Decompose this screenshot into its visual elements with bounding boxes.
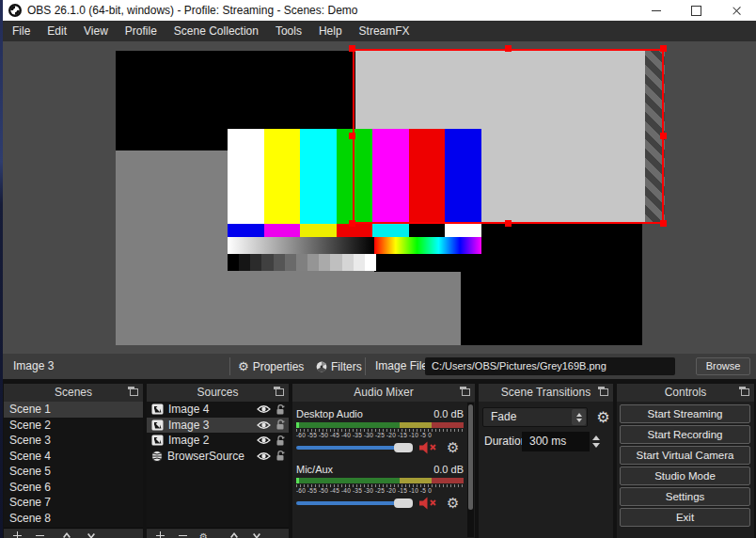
menu-edit[interactable]: Edit — [39, 21, 75, 41]
source-list-item[interactable]: Image 2 — [147, 433, 289, 449]
selection-handle-top-left[interactable] — [349, 45, 355, 52]
image-source-icon — [151, 419, 164, 431]
properties-label: Properties — [253, 360, 305, 373]
transition-gear-button[interactable]: ⚙ — [593, 407, 613, 427]
scene-list-item[interactable]: Scene 7 — [4, 495, 143, 511]
duration-spinner[interactable] — [592, 432, 600, 451]
dock-config-icon[interactable] — [741, 388, 749, 396]
filters-button[interactable]: Filters — [316, 354, 362, 379]
dock-config-icon[interactable] — [276, 388, 284, 396]
selection-handle-mid-right[interactable] — [660, 133, 667, 139]
move-scene-down-icon[interactable] — [87, 531, 96, 538]
scene-list-item[interactable]: Scene 3 — [4, 433, 143, 449]
properties-button[interactable]: ⚙ Properties — [238, 354, 304, 379]
volume-slider-handle[interactable] — [394, 498, 413, 508]
add-source-icon[interactable] — [156, 531, 165, 538]
mute-speaker-icon[interactable] — [419, 441, 441, 454]
unlock-icon[interactable] — [276, 404, 285, 415]
meter-scale-labels: -60 -55 -50 -45 -40 -35 -30 -25 -20 -15 … — [296, 432, 464, 439]
source-list-item[interactable]: Image 3 — [147, 418, 289, 434]
source-name: BrowserSource — [167, 450, 252, 463]
move-scene-up-icon[interactable] — [62, 531, 71, 538]
minimize-button[interactable] — [640, 0, 672, 21]
visibility-eye-icon[interactable] — [257, 435, 271, 445]
rainbow-gradient-strip — [374, 237, 481, 254]
menu-profile[interactable]: Profile — [117, 21, 165, 41]
dock-config-icon[interactable] — [600, 388, 608, 396]
duration-input[interactable]: 300 ms — [522, 432, 590, 451]
dock-area: Scenes Scene 1 Scene 2 Scene 3 Scene 4 S… — [0, 379, 756, 538]
selection-handle-bottom-right[interactable] — [660, 220, 667, 227]
volume-meter — [296, 478, 464, 483]
transition-dropdown[interactable]: Fade — [482, 407, 588, 427]
desktop-audio-channel: Desktop Audio 0.0 dB -60 -55 -50 -45 -40… — [296, 408, 464, 455]
menu-streamfx[interactable]: StreamFX — [351, 21, 418, 41]
volume-meter — [296, 422, 464, 428]
scene-list-item[interactable]: Scene 8 — [4, 511, 143, 527]
mute-speaker-icon[interactable] — [419, 497, 441, 510]
audio-mixer-title: Audio Mixer — [354, 386, 413, 399]
browse-button[interactable]: Browse — [696, 357, 750, 375]
unlock-icon[interactable] — [276, 419, 285, 430]
exit-button[interactable]: Exit — [620, 508, 750, 527]
settings-button[interactable]: Settings — [620, 487, 750, 506]
scene-list-item[interactable]: Scene 2 — [4, 418, 143, 434]
menu-view[interactable]: View — [75, 21, 117, 41]
close-button[interactable] — [720, 0, 752, 21]
visibility-eye-icon[interactable] — [257, 420, 271, 430]
move-source-up-icon[interactable] — [229, 531, 239, 538]
volume-slider-handle[interactable] — [394, 443, 413, 452]
menu-tools[interactable]: Tools — [267, 21, 310, 41]
dock-config-icon[interactable] — [462, 388, 470, 396]
visibility-eye-icon[interactable] — [257, 451, 271, 461]
selection-handle-bottom-left[interactable] — [349, 220, 355, 227]
selection-rectangle[interactable] — [353, 49, 664, 224]
selection-handle-bottom-mid[interactable] — [505, 220, 512, 227]
browser-source-icon — [151, 451, 163, 462]
channel-gear-icon[interactable]: ⚙ — [447, 495, 459, 512]
preview-canvas[interactable] — [0, 41, 756, 354]
start-recording-button[interactable]: Start Recording — [620, 425, 750, 444]
mixer-scrollbar[interactable] — [467, 403, 474, 537]
controls-panel: Controls Start Streaming Start Recording… — [617, 384, 754, 538]
source-list-item[interactable]: BrowserSource — [147, 449, 289, 465]
menu-scene-collection[interactable]: Scene Collection — [165, 21, 267, 41]
image-file-label: Image File — [375, 354, 428, 379]
unlock-icon[interactable] — [276, 451, 285, 461]
move-source-down-icon[interactable] — [252, 531, 261, 538]
start-streaming-button[interactable]: Start Streaming — [620, 404, 750, 423]
scene-list-item[interactable]: Scene 6 — [4, 480, 143, 496]
selection-handle-top-mid[interactable] — [505, 45, 512, 52]
menu-file[interactable]: File — [4, 21, 39, 41]
menu-help[interactable]: Help — [310, 21, 351, 41]
filters-icon — [316, 361, 327, 372]
source-list-item[interactable]: Image 4 — [147, 402, 289, 418]
start-virtual-camera-button[interactable]: Start Virtual Camera — [620, 446, 750, 465]
remove-scene-icon[interactable] — [36, 531, 44, 538]
source-name: Image 3 — [168, 419, 252, 432]
visibility-eye-icon[interactable] — [257, 404, 271, 414]
studio-mode-button[interactable]: Studio Mode — [620, 467, 750, 485]
scene-list-item[interactable]: Scene 5 — [4, 464, 143, 480]
image-source-icon — [151, 435, 164, 446]
minimize-icon — [652, 10, 661, 11]
scene-list-item[interactable]: Scene 1 — [4, 402, 143, 418]
selection-handle-top-right[interactable] — [660, 45, 667, 52]
scrollbar-handle[interactable] — [468, 404, 473, 510]
channel-gear-icon[interactable]: ⚙ — [447, 439, 459, 456]
selection-handle-mid-left[interactable] — [349, 133, 355, 139]
maximize-button[interactable] — [680, 0, 712, 21]
sources-list: Image 4 Image 3 Image 2 — [147, 402, 289, 528]
unlock-icon[interactable] — [276, 435, 285, 446]
spin-up-icon[interactable] — [592, 435, 600, 440]
dock-config-icon[interactable] — [130, 388, 138, 396]
image-file-input[interactable]: C:/Users/OBS/Pictures/Grey169B.png — [425, 357, 675, 375]
sources-header: Sources — [147, 384, 289, 402]
channel-level: 0.0 dB — [433, 408, 464, 420]
add-scene-icon[interactable] — [13, 531, 22, 538]
spin-down-icon[interactable] — [592, 443, 600, 448]
source-properties-icon[interactable]: ⚙ — [199, 530, 208, 538]
scene-list-item[interactable]: Scene 4 — [4, 449, 143, 465]
remove-source-icon[interactable] — [179, 531, 187, 538]
gear-icon: ⚙ — [238, 360, 249, 372]
